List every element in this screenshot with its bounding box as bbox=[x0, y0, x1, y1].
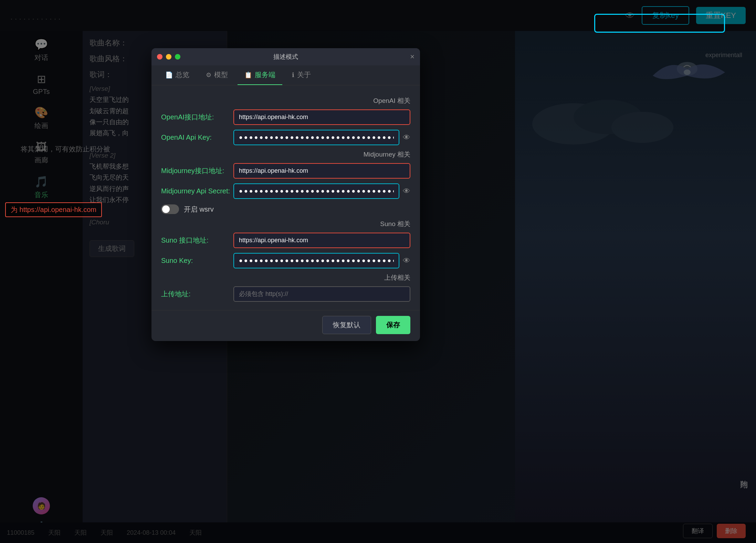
openai-url-label: OpenAI接口地址: bbox=[161, 113, 230, 122]
tab-overview[interactable]: 📄 总览 bbox=[158, 65, 196, 85]
openai-key-input[interactable] bbox=[233, 130, 399, 145]
modal-overlay: 描述模式 × 📄 总览 ⚙ 模型 📋 服务端 ℹ 关于 bbox=[0, 0, 756, 543]
midjourney-url-input[interactable] bbox=[233, 163, 410, 179]
about-tab-icon: ℹ bbox=[292, 71, 294, 79]
midjourney-url-row: Midjourney接口地址: bbox=[161, 163, 410, 179]
wsrv-toggle[interactable] bbox=[161, 204, 179, 214]
openai-key-row: OpenAI Api Key: 👁 bbox=[161, 130, 410, 145]
suno-section-title: Suno 相关 bbox=[161, 220, 410, 228]
restore-defaults-button[interactable]: 恢复默认 bbox=[322, 316, 371, 334]
tab-about-label: 关于 bbox=[297, 70, 311, 79]
upload-url-label: 上传地址: bbox=[161, 289, 230, 299]
tab-overview-label: 总览 bbox=[176, 70, 189, 79]
openai-url-input[interactable] bbox=[233, 109, 410, 125]
wsrv-label: 开启 wsrv bbox=[184, 205, 214, 214]
modal-titlebar: 描述模式 × bbox=[151, 48, 420, 65]
wsrv-toggle-row: 开启 wsrv bbox=[161, 204, 410, 214]
suno-key-label: Suno Key: bbox=[161, 257, 230, 265]
midjourney-section-title: Midjourney 相关 bbox=[161, 150, 410, 159]
save-button[interactable]: 保存 bbox=[376, 316, 410, 334]
modal-footer: 恢复默认 保存 bbox=[151, 310, 420, 341]
modal-title: 描述模式 bbox=[273, 53, 298, 61]
midjourney-secret-eye-button[interactable]: 👁 bbox=[403, 187, 410, 196]
suno-key-eye-button[interactable]: 👁 bbox=[403, 256, 410, 265]
midjourney-secret-label: Midjourney Api Secret: bbox=[161, 187, 230, 195]
tab-server-label: 服务端 bbox=[255, 70, 275, 79]
server-tab-icon: 📋 bbox=[244, 71, 252, 79]
tab-about[interactable]: ℹ 关于 bbox=[285, 65, 318, 85]
suno-key-input[interactable] bbox=[233, 253, 399, 268]
modal-tabs: 📄 总览 ⚙ 模型 📋 服务端 ℹ 关于 bbox=[151, 65, 420, 85]
window-close-button[interactable] bbox=[157, 54, 162, 60]
openai-url-row: OpenAI接口地址: bbox=[161, 109, 410, 125]
midjourney-secret-row: Midjourney Api Secret: 👁 bbox=[161, 183, 410, 199]
suno-key-row: Suno Key: 👁 bbox=[161, 253, 410, 268]
upload-url-input[interactable] bbox=[233, 286, 410, 302]
model-tab-icon: ⚙ bbox=[206, 71, 211, 79]
modal-close-button[interactable]: × bbox=[410, 52, 414, 61]
settings-modal: 描述模式 × 📄 总览 ⚙ 模型 📋 服务端 ℹ 关于 bbox=[151, 48, 420, 341]
upload-url-row: 上传地址: bbox=[161, 286, 410, 302]
suno-url-row: Suno 接口地址: bbox=[161, 233, 410, 248]
tab-model[interactable]: ⚙ 模型 bbox=[199, 65, 235, 85]
window-minimize-button[interactable] bbox=[166, 54, 171, 60]
tab-model-label: 模型 bbox=[214, 70, 228, 79]
modal-body: OpenAI 相关 OpenAI接口地址: OpenAI Api Key: 👁 … bbox=[151, 85, 420, 310]
tab-server[interactable]: 📋 服务端 bbox=[238, 65, 282, 85]
openai-section-title: OpenAI 相关 bbox=[161, 96, 410, 105]
midjourney-secret-input[interactable] bbox=[233, 183, 399, 199]
suno-url-input[interactable] bbox=[233, 233, 410, 248]
openai-key-eye-button[interactable]: 👁 bbox=[403, 133, 410, 142]
window-maximize-button[interactable] bbox=[175, 54, 180, 60]
overview-tab-icon: 📄 bbox=[165, 71, 173, 79]
midjourney-url-label: Midjourney接口地址: bbox=[161, 166, 230, 175]
upload-section-title: 上传相关 bbox=[161, 273, 410, 282]
suno-url-label: Suno 接口地址: bbox=[161, 236, 230, 245]
url-annotation-left: 为 https://api.openai-hk.com bbox=[5, 202, 102, 217]
openai-key-label: OpenAI Api Key: bbox=[161, 134, 230, 141]
